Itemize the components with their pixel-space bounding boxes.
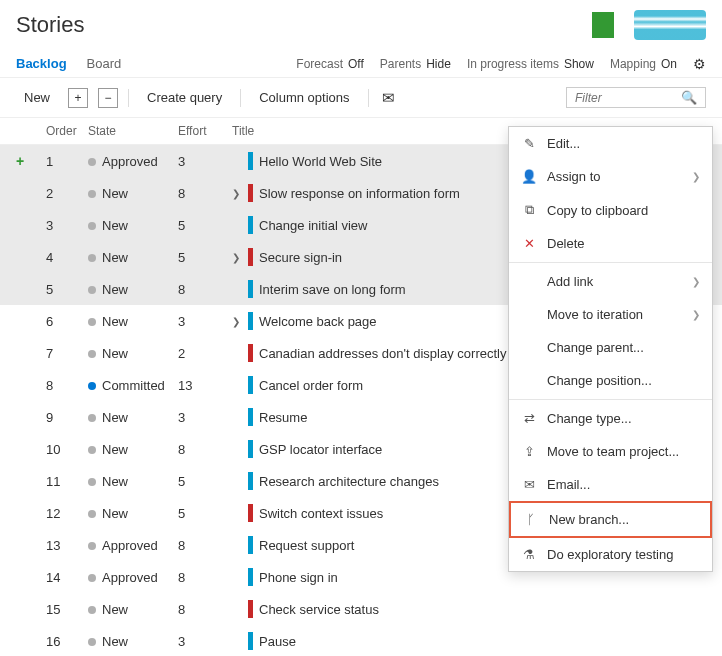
cell-title[interactable]: Pause xyxy=(232,632,546,650)
cell-state: Approved xyxy=(88,538,178,553)
toggle-mapping[interactable]: MappingOn xyxy=(610,57,677,71)
menu-move-team-project[interactable]: ⇪Move to team project... xyxy=(509,435,712,468)
type-bar-icon xyxy=(248,632,253,650)
cell-effort: 8 xyxy=(178,570,232,585)
menu-new-branch[interactable]: ᚴNew branch... xyxy=(509,501,712,538)
cell-order: 15 xyxy=(46,602,88,617)
col-title[interactable]: Title xyxy=(232,124,546,138)
progress-bar-icon xyxy=(592,12,614,38)
gear-icon[interactable]: ⚙ xyxy=(693,56,706,72)
delete-icon: ✕ xyxy=(521,236,537,251)
add-icon[interactable]: + xyxy=(68,88,88,108)
work-item-title: Cancel order form xyxy=(259,378,363,393)
cell-title[interactable]: GSP locator interface xyxy=(232,440,546,458)
work-item-title: Canadian addresses don't display correct… xyxy=(259,346,506,361)
create-query-button[interactable]: Create query xyxy=(139,86,230,109)
chevron-right-icon: ❯ xyxy=(692,309,700,320)
cell-title[interactable]: Research architecture changes xyxy=(232,472,546,490)
burndown-chart-icon[interactable] xyxy=(634,10,706,40)
state-dot-icon xyxy=(88,350,96,358)
cell-title[interactable]: ❯Secure sign-in xyxy=(232,248,546,266)
menu-delete[interactable]: ✕Delete xyxy=(509,227,712,260)
col-order[interactable]: Order xyxy=(46,124,88,138)
table-row[interactable]: 16New3Pause xyxy=(0,625,722,656)
type-bar-icon xyxy=(248,568,253,586)
page-title: Stories xyxy=(16,12,84,38)
cell-title[interactable]: ❯Welcome back page xyxy=(232,312,546,330)
tab-board[interactable]: Board xyxy=(87,50,122,77)
cell-state: New xyxy=(88,506,178,521)
toggle-forecast[interactable]: ForecastOff xyxy=(296,57,363,71)
cell-state: New xyxy=(88,410,178,425)
menu-change-position[interactable]: Change position... xyxy=(509,364,712,397)
cell-effort: 5 xyxy=(178,250,232,265)
state-dot-icon xyxy=(88,446,96,454)
remove-icon[interactable]: − xyxy=(98,88,118,108)
menu-email[interactable]: ✉Email... xyxy=(509,468,712,501)
state-dot-icon xyxy=(88,542,96,550)
cell-state: New xyxy=(88,442,178,457)
tab-backlog[interactable]: Backlog xyxy=(16,50,67,77)
menu-edit[interactable]: ✎Edit... xyxy=(509,127,712,160)
column-options-button[interactable]: Column options xyxy=(251,86,357,109)
type-bar-icon xyxy=(248,216,253,234)
menu-add-link[interactable]: Add link❯ xyxy=(509,265,712,298)
menu-assign-to[interactable]: 👤Assign to❯ xyxy=(509,160,712,193)
menu-change-type[interactable]: ⇄Change type... xyxy=(509,402,712,435)
new-button[interactable]: New xyxy=(16,86,58,109)
cell-order: 7 xyxy=(46,346,88,361)
menu-copy-clipboard[interactable]: ⧉Copy to clipboard xyxy=(509,193,712,227)
state-dot-icon xyxy=(88,222,96,230)
cell-effort: 8 xyxy=(178,186,232,201)
work-item-title: Interim save on long form xyxy=(259,282,406,297)
cell-title[interactable]: Check service status xyxy=(232,600,546,618)
add-row-icon[interactable]: + xyxy=(16,153,24,169)
menu-exploratory-testing[interactable]: ⚗Do exploratory testing xyxy=(509,538,712,571)
cell-state: New xyxy=(88,602,178,617)
cell-state: New xyxy=(88,314,178,329)
cell-effort: 8 xyxy=(178,282,232,297)
filter-box[interactable]: 🔍 xyxy=(566,87,706,108)
cell-state: Committed xyxy=(88,378,178,393)
menu-move-iteration[interactable]: Move to iteration❯ xyxy=(509,298,712,331)
toggle-inprogress[interactable]: In progress itemsShow xyxy=(467,57,594,71)
type-bar-icon xyxy=(248,504,253,522)
col-effort[interactable]: Effort xyxy=(178,124,232,138)
cell-title[interactable]: Resume xyxy=(232,408,546,426)
mail-icon[interactable]: ✉ xyxy=(379,88,399,108)
pencil-icon: ✎ xyxy=(521,136,537,151)
cell-title[interactable]: Switch context issues xyxy=(232,504,546,522)
table-row[interactable]: 15New8Check service status xyxy=(0,593,722,625)
chevron-right-icon[interactable]: ❯ xyxy=(232,252,242,263)
type-bar-icon xyxy=(248,600,253,618)
cell-effort: 8 xyxy=(178,538,232,553)
type-bar-icon xyxy=(248,472,253,490)
type-bar-icon xyxy=(248,344,253,362)
state-dot-icon xyxy=(88,382,96,390)
toggle-parents[interactable]: ParentsHide xyxy=(380,57,451,71)
cell-effort: 8 xyxy=(178,602,232,617)
filter-input[interactable] xyxy=(575,91,681,105)
cell-title[interactable]: Interim save on long form xyxy=(232,280,546,298)
branch-icon: ᚴ xyxy=(523,512,539,527)
cell-title[interactable]: Phone sign in xyxy=(232,568,546,586)
cell-title[interactable]: Request support xyxy=(232,536,546,554)
cell-title[interactable]: ❯Slow response on information form xyxy=(232,184,546,202)
separator xyxy=(368,89,369,107)
cell-title[interactable]: Cancel order form xyxy=(232,376,546,394)
chevron-right-icon[interactable]: ❯ xyxy=(232,188,242,199)
col-state[interactable]: State xyxy=(88,124,178,138)
type-bar-icon xyxy=(248,536,253,554)
move-icon: ⇪ xyxy=(521,444,537,459)
cell-title[interactable]: Hello World Web Site xyxy=(232,152,546,170)
cell-state: New xyxy=(88,282,178,297)
cell-title[interactable]: Change initial view xyxy=(232,216,546,234)
cell-title[interactable]: Canadian addresses don't display correct… xyxy=(232,344,546,362)
work-item-title: Secure sign-in xyxy=(259,250,342,265)
chevron-right-icon[interactable]: ❯ xyxy=(232,316,242,327)
type-bar-icon xyxy=(248,408,253,426)
menu-change-parent[interactable]: Change parent... xyxy=(509,331,712,364)
cell-order: 16 xyxy=(46,634,88,649)
state-dot-icon xyxy=(88,254,96,262)
cell-order: 5 xyxy=(46,282,88,297)
